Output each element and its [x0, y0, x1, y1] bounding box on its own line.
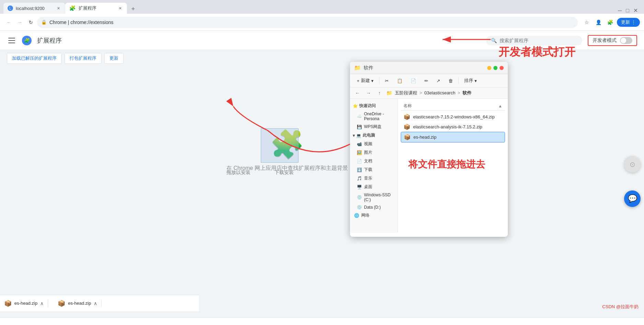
fe-network-item[interactable]: 🌐 网络 — [350, 211, 398, 220]
fe-computer-section[interactable]: ▾ 💻 此电脑 — [350, 131, 398, 140]
maximize-btn[interactable]: □ — [626, 8, 629, 14]
fe-divider2 — [458, 77, 459, 84]
file-item-eshead[interactable]: 📦 es-head.zip — [401, 132, 505, 142]
new-icon: + — [357, 78, 360, 83]
extensions-icon[interactable]: 🧩 — [605, 18, 615, 27]
fe-pictures-item[interactable]: 🖼️ 图片 — [350, 148, 398, 157]
fe-forward-btn[interactable]: → — [364, 89, 373, 97]
download-item-2: 📦 es-head.zip ∧ — [58, 300, 102, 307]
fe-sort-btn[interactable]: 排序 ▾ — [461, 76, 480, 85]
fe-music-item[interactable]: 🎵 音乐 — [350, 174, 398, 183]
computer-icon: 💻 — [356, 133, 361, 138]
network-icon: 🌐 — [354, 213, 359, 218]
search-box[interactable]: 🔍 — [486, 36, 582, 45]
zip-icon-3: 📦 — [404, 134, 411, 140]
extensions-title: 扩展程序 — [37, 36, 481, 45]
download-filename-2: es-head.zip — [68, 301, 91, 306]
tab-bar: L localhost:9200 ✕ 🧩 扩展程序 ✕ + ─ □ ✕ — [0, 0, 644, 14]
fe-wps-item[interactable]: 💾 WPS网盘 — [350, 123, 398, 131]
fe-back-btn[interactable]: ← — [353, 89, 362, 97]
search-icon: 🔍 — [491, 38, 497, 43]
new-tab-button[interactable]: + — [128, 4, 138, 14]
tab2-close[interactable]: ✕ — [117, 5, 123, 11]
scroll-top-button[interactable]: ⊙ — [624, 156, 641, 173]
chat-button[interactable]: 💬 — [624, 190, 641, 207]
bookmark-icon[interactable]: ☆ — [582, 18, 592, 27]
chevron-down-icon: ⋮ — [631, 20, 636, 25]
fe-new-btn[interactable]: + 新建 ▾ — [354, 76, 376, 85]
back-button[interactable]: ← — [4, 18, 14, 27]
dev-mode-label: 开发者模式 — [593, 37, 617, 44]
file-explorer: 📁 软件 + 新建 ▾ ✂ 📋 📄 ✏ ↗ 🗑 排序 ▾ ← → ↑ 📁 — [350, 62, 508, 237]
fe-sidebar: ⭐ 快速访问 ☁️ OneDrive - Persona 💾 WPS网盘 ▾ 💻… — [350, 99, 398, 233]
tab-extensions[interactable]: 🧩 扩展程序 ✕ — [65, 3, 127, 14]
fe-close[interactable] — [500, 66, 504, 70]
video-icon: 📹 — [357, 142, 362, 147]
close-btn[interactable]: ✕ — [633, 7, 638, 14]
pack-extension-button[interactable]: 打包扩展程序 — [65, 53, 102, 64]
fe-minimize[interactable] — [487, 66, 491, 70]
wps-icon: 💾 — [357, 125, 362, 129]
drop-label: 拖放以安装 — [226, 170, 250, 176]
search-input[interactable] — [500, 38, 575, 43]
fe-video-item[interactable]: 📹 视频 — [350, 140, 398, 148]
status-bar — [0, 317, 644, 325]
fe-copy-btn[interactable]: 📋 — [394, 77, 405, 85]
extensions-logo: 🧩 — [22, 36, 32, 45]
zip-icon-1: 📦 — [403, 114, 410, 120]
fe-desktop-item[interactable]: 🖥️ 桌面 — [350, 183, 398, 191]
tab-localhost[interactable]: L localhost:9200 ✕ — [3, 3, 65, 14]
drop-target-area[interactable] — [261, 128, 298, 163]
load-unpacked-button[interactable]: 加载已解压的扩展程序 — [7, 53, 62, 64]
fe-d-drive-item[interactable]: 💿 Data (D:) — [350, 204, 398, 211]
csdn-watermark: CSDN @拉面牛奶 — [602, 304, 639, 310]
download-bar: 📦 es-head.zip ∧ 📦 es-head.zip ∧ — [0, 295, 199, 311]
download-chevron-2[interactable]: ∧ — [94, 301, 97, 306]
fe-rename-btn[interactable]: ✏ — [422, 77, 431, 85]
fe-column-header: 名称 ▲ — [401, 102, 505, 111]
address-text: Chrome | chrome://extensions — [49, 20, 114, 25]
zip-icon-2: 📦 — [403, 124, 410, 130]
extensions-page: 🧩 扩展程序 🔍 开发者模式 加载已解压的扩展程序 打包扩展程序 更新 🧩 在 … — [0, 31, 644, 311]
minimize-btn[interactable]: ─ — [618, 8, 622, 14]
download-label: 下载安装 — [274, 170, 294, 176]
fe-documents-item[interactable]: 📄 文档 — [350, 157, 398, 165]
sort-chevron-icon: ▾ — [475, 78, 477, 83]
browser-chrome: L localhost:9200 ✕ 🧩 扩展程序 ✕ + ─ □ ✕ ← → … — [0, 0, 644, 31]
fe-cut-btn[interactable]: ✂ — [382, 77, 391, 85]
fe-c-drive-item[interactable]: 💿 Windows-SSD (C:) — [350, 191, 398, 204]
download-icon-2: 📦 — [58, 300, 65, 307]
fe-toolbar: + 新建 ▾ ✂ 📋 📄 ✏ ↗ 🗑 排序 ▾ — [350, 74, 508, 88]
dev-mode-container: 开发者模式 — [588, 35, 637, 46]
star-icon: ⭐ — [353, 104, 358, 108]
update-button[interactable]: 更新 ⋮ — [617, 18, 640, 27]
fe-share-btn[interactable]: ↗ — [434, 77, 443, 85]
address-bar[interactable]: 🔒 Chrome | chrome://extensions — [37, 17, 578, 28]
chevron-down-icon: ▾ — [353, 133, 355, 138]
tab1-label: localhost:9200 — [16, 6, 53, 11]
file-item-elasticsearch[interactable]: 📦 elasticsearch-7.15.2-windows-x86_64.zi… — [401, 112, 505, 122]
fe-onedrive-item[interactable]: ☁️ OneDrive - Persona — [350, 110, 398, 123]
file-name-2: elasticsearch-analysis-ik-7.15.2.zip — [413, 124, 502, 129]
tab2-label: 扩展程序 — [79, 5, 115, 11]
fe-delete-btn[interactable]: 🗑 — [446, 77, 456, 85]
reload-button[interactable]: ↻ — [26, 18, 36, 27]
pictures-icon: 🖼️ — [357, 150, 362, 155]
profile-icon[interactable]: 👤 — [594, 18, 603, 27]
forward-button[interactable]: → — [15, 18, 25, 27]
fe-divider1 — [379, 77, 379, 84]
fe-downloads-item[interactable]: ⬇️ 下载 — [350, 165, 398, 174]
dev-mode-toggle[interactable] — [620, 37, 632, 44]
music-icon: 🎵 — [357, 176, 362, 181]
drag-file-annotation: 将文件直接拖进去 — [408, 158, 485, 171]
fe-up-btn[interactable]: ↑ — [375, 89, 384, 97]
file-item-ik[interactable]: 📦 elasticsearch-analysis-ik-7.15.2.zip — [401, 122, 505, 132]
hamburger-menu[interactable] — [7, 36, 16, 45]
fe-quick-access-section[interactable]: ⭐ 快速访问 — [350, 102, 398, 110]
extensions-content: 🧩 在 Chrome 网上应用店中查找扩展程序和主题背景 拖放以安装 下载安装 — [0, 67, 644, 313]
download-chevron-1[interactable]: ∧ — [40, 301, 44, 306]
fe-paste-btn[interactable]: 📄 — [408, 77, 419, 85]
update-extensions-button[interactable]: 更新 — [104, 53, 124, 64]
tab1-close[interactable]: ✕ — [56, 5, 61, 11]
fe-maximize[interactable] — [493, 66, 497, 70]
